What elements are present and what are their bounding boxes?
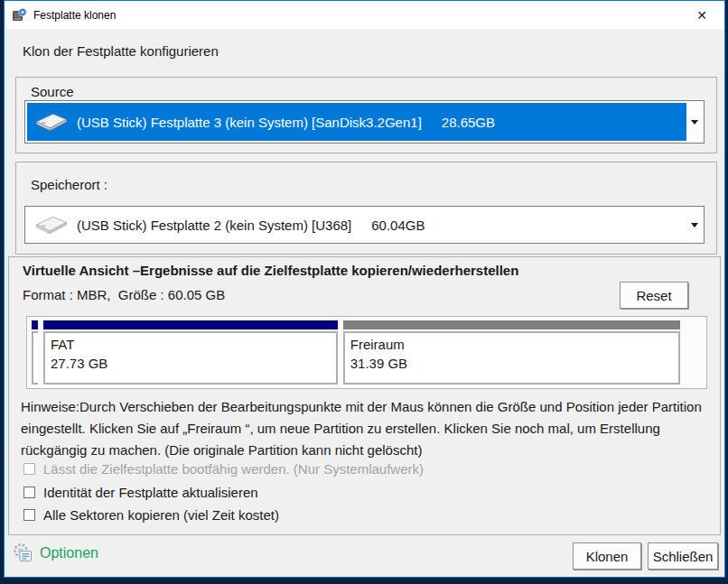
checkbox-sectors-label: Alle Sektoren kopieren (viel Zeit kostet… [43,507,279,523]
options-label: Optionen [40,545,98,561]
hint-text: Hinweise:Durch Verschieben der Bearbeitu… [21,396,709,461]
destination-dropdown-button[interactable] [686,209,702,241]
checkbox-row-identity: Identität der Festplatte aktualisieren [23,485,258,500]
destination-selected-item: (USB Stick) Festplatte 2 (kein System) [… [27,209,686,241]
source-selected-name: (USB Stick) Festplatte 3 (kein System) [… [77,115,422,130]
close-icon: ✕ [696,8,707,23]
chevron-down-icon [691,223,698,227]
source-selected-size: 28.65GB [442,115,495,130]
reset-button[interactable]: Reset [620,282,688,309]
close-dialog-button[interactable]: Schließen [648,542,718,570]
disk-icon [34,111,69,133]
clone-button[interactable]: Klonen [573,542,641,570]
window-title: Festplatte klonen [33,9,116,22]
partition-label: FAT [51,337,74,352]
destination-selected-size: 60.04GB [371,218,425,233]
partition-block[interactable]: Freiraum31.39 GB [343,320,680,385]
source-label: Source [31,84,74,99]
partition-bar [32,320,38,329]
source-selected-item: (USB Stick) Festplatte 3 (kein System) [… [27,103,686,141]
app-window: Festplatte klonen ✕ Klon der Festplatte … [4,0,725,578]
source-combobox[interactable]: (USB Stick) Festplatte 3 (kein System) [… [24,100,705,144]
close-button[interactable]: ✕ [686,3,717,27]
checkbox-bootable-label: Lässt die Zielfestplatte bootfähig werde… [43,461,424,477]
options-icon [13,542,33,563]
partition-bar [43,320,338,329]
title-bar: Festplatte klonen ✕ [5,1,724,29]
page-heading: Klon der Festplatte konfigurieren [23,43,219,59]
partition-size: 31.39 GB [350,356,407,371]
checkbox-bootable[interactable] [23,463,35,475]
partition-block[interactable] [32,320,38,385]
checkbox-sectors[interactable] [23,509,35,521]
partition-size: 27.73 GB [51,356,107,371]
destination-selected-name: (USB Stick) Festplatte 2 (kein System) [… [77,218,351,233]
checkbox-row-sectors: Alle Sektoren kopieren (viel Zeit kostet… [23,507,279,523]
app-icon [12,7,27,23]
destination-combobox[interactable]: (USB Stick) Festplatte 2 (kein System) [… [24,206,705,244]
source-dropdown-button[interactable] [686,103,702,141]
partition-label: Freiraum [350,337,405,352]
checkbox-row-bootable: Lässt die Zielfestplatte bootfähig werde… [23,461,424,477]
virtual-view-title: Virtuelle Ansicht –Ergebnisse auf die Zi… [23,263,518,278]
format-info: Format : MBR, Größe : 60.05 GB [23,287,225,302]
partition-map: FAT27.73 GB Freiraum31.39 GB [26,316,707,389]
screenshot-root: Festplatte klonen ✕ Klon der Festplatte … [0,0,728,584]
disk-icon [34,214,69,236]
options-link[interactable]: Optionen [13,542,98,563]
partition-block[interactable]: FAT27.73 GB [43,320,338,385]
partition-bar [343,320,680,329]
chevron-down-icon [691,120,698,125]
checkbox-identity[interactable] [23,487,35,498]
destination-label: Speicherort : [31,177,107,192]
checkbox-identity-label: Identität der Festplatte aktualisieren [43,485,258,500]
